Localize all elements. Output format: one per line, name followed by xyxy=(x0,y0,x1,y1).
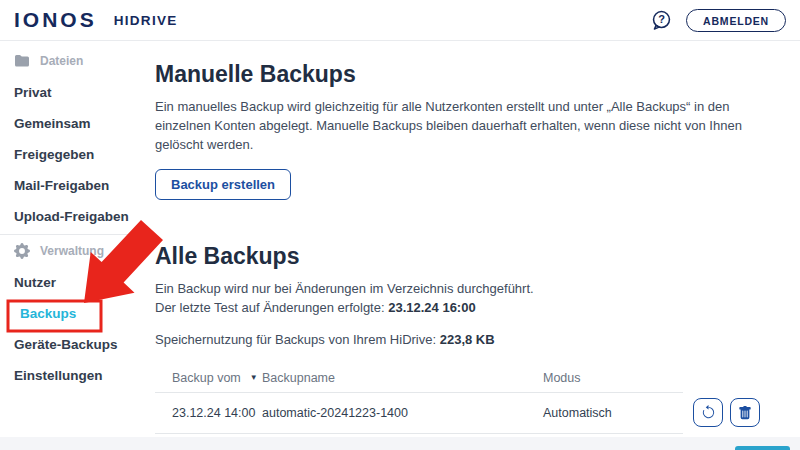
main-content: Manuelle Backups Ein manuelles Backup wi… xyxy=(150,41,800,450)
storage-prefix: Speichernutzung für Backups von Ihrem Hi… xyxy=(155,332,440,347)
sidebar-section-label: Verwaltung xyxy=(40,244,104,258)
sidebar-item-privat[interactable]: Privat xyxy=(0,77,150,108)
sidebar-item-mail-freigaben[interactable]: Mail-Freigaben xyxy=(0,170,150,201)
info-line1: Ein Backup wird nur bei Änderungen im Ve… xyxy=(155,281,534,296)
all-backups-info: Ein Backup wird nur bei Änderungen im Ve… xyxy=(155,280,780,318)
sidebar-item-backups[interactable]: Backups xyxy=(0,298,150,329)
cell-backup-name: automatic-20241223-1400 xyxy=(262,406,543,420)
ionos-logo: IONOS xyxy=(14,8,97,32)
footer-band xyxy=(0,437,800,450)
cutoff-bottom-button[interactable] xyxy=(735,446,790,450)
last-check-value: 23.12.24 16:00 xyxy=(388,300,475,315)
restore-icon xyxy=(701,405,716,420)
table-row: 23.12.24 14:00 automatic-20241223-1400 A… xyxy=(155,393,683,434)
product-title: HIDRIVE xyxy=(114,13,178,28)
help-glyph: ? xyxy=(658,13,665,25)
column-backup-vom[interactable]: Backup vom ▼ xyxy=(172,371,262,385)
row-actions xyxy=(693,398,764,427)
column-backupname: Backupname xyxy=(262,371,543,385)
header-actions: ? ABMELDEN xyxy=(650,9,786,32)
create-backup-button[interactable]: Backup erstellen xyxy=(155,169,291,200)
app-header: IONOS HIDRIVE ? ABMELDEN xyxy=(0,0,800,41)
restore-backup-button[interactable] xyxy=(693,398,723,427)
delete-icon xyxy=(738,406,752,420)
folder-icon xyxy=(14,53,30,69)
cell-backup-mode: Automatisch xyxy=(543,406,693,420)
manual-backups-title: Manuelle Backups xyxy=(155,60,780,88)
sidebar-section-verwaltung: Verwaltung xyxy=(0,237,150,267)
storage-used-value: 223,8 KB xyxy=(440,332,495,347)
sidebar-item-einstellungen[interactable]: Einstellungen xyxy=(0,360,150,391)
sidebar-item-upload-freigaben[interactable]: Upload-Freigaben xyxy=(0,201,150,232)
sidebar-item-freigegeben[interactable]: Freigegeben xyxy=(0,139,150,170)
info-line2-prefix: Der letzte Test auf Änderungen erfolgte: xyxy=(155,300,388,315)
sidebar-section-dateien: Dateien xyxy=(0,47,150,77)
logout-button[interactable]: ABMELDEN xyxy=(686,9,786,32)
sidebar-section-label: Dateien xyxy=(40,54,83,68)
all-backups-title: Alle Backups xyxy=(155,242,780,270)
sort-desc-icon: ▼ xyxy=(250,373,258,382)
storage-usage-line: Speichernutzung für Backups von Ihrem Hi… xyxy=(155,331,780,350)
gear-icon xyxy=(14,243,30,259)
sidebar-divider xyxy=(0,234,150,235)
page-body: Dateien Privat Gemeinsam Freigegeben Mai… xyxy=(0,41,800,450)
sidebar-item-gemeinsam[interactable]: Gemeinsam xyxy=(0,108,150,139)
sidebar-item-nutzer[interactable]: Nutzer xyxy=(0,267,150,298)
help-icon[interactable]: ? xyxy=(650,9,673,32)
column-label-date: Backup vom xyxy=(172,371,241,385)
delete-backup-button[interactable] xyxy=(730,398,760,427)
sidebar: Dateien Privat Gemeinsam Freigegeben Mai… xyxy=(0,41,150,450)
table-header-row: Backup vom ▼ Backupname Modus xyxy=(155,364,683,393)
manual-backups-description: Ein manuelles Backup wird gleichzeitig f… xyxy=(155,98,780,155)
sidebar-item-geraete-backups[interactable]: Geräte-Backups xyxy=(0,329,150,360)
cell-backup-date: 23.12.24 14:00 xyxy=(172,406,262,420)
column-modus: Modus xyxy=(543,371,693,385)
